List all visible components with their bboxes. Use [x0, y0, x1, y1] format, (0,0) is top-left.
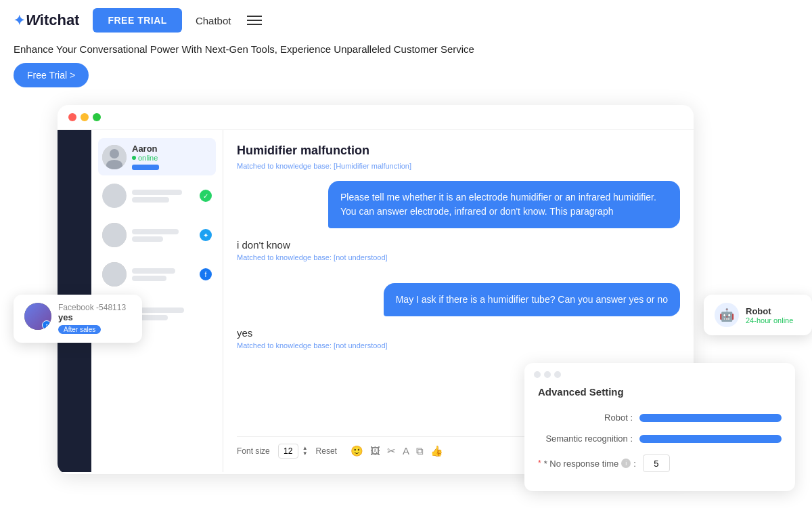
thumbsup-icon[interactable]: 👍: [430, 445, 443, 457]
robot-bar[interactable]: [639, 414, 782, 422]
chat-topic: Humidifier malfunction: [237, 144, 680, 158]
no-response-colon: :: [633, 459, 636, 469]
contact-skeleton-5: [132, 305, 212, 322]
user-msg-text-2: yes: [237, 327, 388, 339]
contact-item-4[interactable]: f: [98, 257, 216, 292]
font-size-stepper[interactable]: ▲ ▼: [302, 446, 308, 457]
demo-wrapper: Aaron online ✓: [0, 98, 812, 505]
notification-avatar: f: [24, 303, 51, 330]
contact-info-aaron: Aaron online: [132, 144, 212, 170]
contact-skeleton-4: [132, 266, 194, 283]
matched-text-2: Matched to knowledge base: [not understo…: [237, 253, 388, 261]
logo-w: W: [26, 12, 40, 29]
copy-icon[interactable]: ⧉: [416, 445, 424, 457]
contact-item-2[interactable]: ✓: [98, 178, 216, 213]
no-response-input[interactable]: [643, 454, 670, 472]
font-size-input[interactable]: [278, 444, 298, 459]
logo: ✦Witchat: [14, 12, 79, 29]
notification-inner: f Facebook -548113 yes After sales: [24, 303, 131, 335]
platform-icon-wa: ✓: [200, 190, 212, 202]
advanced-title: Advanced Setting: [524, 386, 795, 407]
notification-text: Facebook -548113 yes After sales: [58, 303, 131, 335]
chatbot-nav-label[interactable]: Chatbot: [196, 15, 231, 26]
stepper-down[interactable]: ▼: [302, 451, 308, 457]
matched-text-1: Matched to knowledge base: [Humidifier m…: [237, 162, 411, 170]
hamburger-line-1: [247, 16, 262, 17]
adv-dot-2: [544, 371, 551, 378]
svg-point-1: [110, 149, 119, 158]
asterisk: *: [538, 459, 541, 468]
contact-item-3[interactable]: ✦: [98, 217, 216, 253]
dot-green: [93, 113, 101, 121]
contact-skeleton-2: [132, 188, 194, 205]
advanced-setting-popup: Advanced Setting Robot : Semantic recogn…: [524, 363, 795, 491]
user-msg-text-1: i don't know: [237, 239, 388, 251]
image-icon[interactable]: 🖼: [370, 445, 380, 457]
bot-message-2-row: May I ask if there is a humidifier tube?…: [237, 283, 680, 316]
platform-icon-tw: ✦: [200, 229, 212, 241]
bot-message-1: Please tell me whether it is an electrod…: [328, 181, 680, 228]
hero-tagline: Enhance Your Conversational Power With N…: [0, 41, 812, 63]
contact-item-aaron[interactable]: Aaron online: [98, 138, 216, 175]
font-size-label: Font size: [237, 446, 270, 456]
matched-label-2: Matched to knowledge base: [not understo…: [237, 253, 388, 261]
notification-name: yes: [58, 312, 131, 322]
bot-message-2: May I ask if there is a humidifier tube?…: [384, 283, 680, 316]
user-message-1-wrapper: i don't know Matched to knowledge base: …: [237, 239, 388, 272]
contact-name-aaron: Aaron: [132, 144, 212, 154]
semantic-bar[interactable]: [639, 435, 782, 443]
contact-tag-aaron: [132, 165, 159, 170]
hamburger-line-2: [247, 20, 262, 21]
matched-label-3: Matched to knowledge base: [not understo…: [237, 341, 388, 350]
no-response-label: * * No response time i :: [538, 459, 636, 469]
avatar-3: [102, 223, 127, 247]
adv-dot-1: [534, 371, 541, 378]
notification-card: f Facebook -548113 yes After sales: [14, 295, 142, 343]
window-chrome: [58, 105, 694, 130]
user-message-1-row: i don't know Matched to knowledge base: …: [237, 239, 680, 272]
advanced-chrome: [524, 363, 795, 386]
adv-dot-3: [554, 371, 561, 378]
emoji-icon[interactable]: 🙂: [351, 445, 363, 457]
avatar-4: [102, 262, 127, 287]
avatar-2: [102, 184, 127, 208]
status-dot-aaron: [132, 156, 136, 160]
robot-setting-label: Robot :: [538, 412, 633, 423]
contact-status-aaron: online: [132, 154, 212, 162]
status-text-aaron: online: [138, 154, 158, 162]
reset-button[interactable]: Reset: [316, 446, 337, 456]
bot-message-1-row: Please tell me whether it is an electrod…: [237, 181, 680, 228]
toolbar-icons: 🙂 🖼 ✂ A ⧉ 👍: [351, 445, 443, 457]
dot-red: [68, 113, 76, 121]
robot-setting-row: Robot :: [524, 407, 795, 428]
facebook-badge: f: [42, 320, 51, 330]
no-response-row: * * No response time i :: [524, 449, 795, 478]
scissors-icon[interactable]: ✂: [387, 445, 396, 457]
hamburger-menu[interactable]: [247, 16, 262, 25]
hamburger-line-3: [247, 24, 262, 25]
robot-name: Robot: [746, 306, 793, 316]
semantic-setting-label: Semantic recognition :: [538, 433, 633, 444]
info-icon: i: [621, 459, 631, 468]
dot-yellow: [81, 113, 89, 121]
header: ✦Witchat FREE TRIAL Chatbot: [0, 0, 812, 41]
robot-status: 24-hour online: [746, 316, 793, 324]
contact-skeleton-3: [132, 227, 194, 244]
matched-label-1: Matched to knowledge base: [Humidifier m…: [237, 162, 680, 170]
free-trial-hero-button[interactable]: Free Trial >: [14, 63, 89, 87]
platform-icon-fb: f: [200, 268, 212, 280]
notification-title: Facebook -548113: [58, 303, 131, 312]
robot-card: 🤖 Robot 24-hour online: [704, 295, 812, 335]
notification-tag[interactable]: After sales: [58, 325, 101, 334]
semantic-setting-row: Semantic recognition :: [524, 428, 795, 449]
logo-itchat: itchat: [40, 12, 80, 29]
text-icon[interactable]: A: [403, 445, 409, 457]
avatar-aaron: [102, 145, 127, 169]
user-message-2-row: yes Matched to knowledge base: [not unde…: [237, 327, 680, 360]
matched-text-3: Matched to knowledge base: [not understo…: [237, 341, 388, 350]
free-trial-nav-button[interactable]: FREE TRIAL: [93, 8, 181, 33]
robot-icon: 🤖: [715, 303, 739, 327]
robot-text: Robot 24-hour online: [746, 306, 793, 324]
user-message-2-wrapper: yes Matched to knowledge base: [not unde…: [237, 327, 388, 360]
no-response-text: * No response time: [544, 459, 619, 469]
